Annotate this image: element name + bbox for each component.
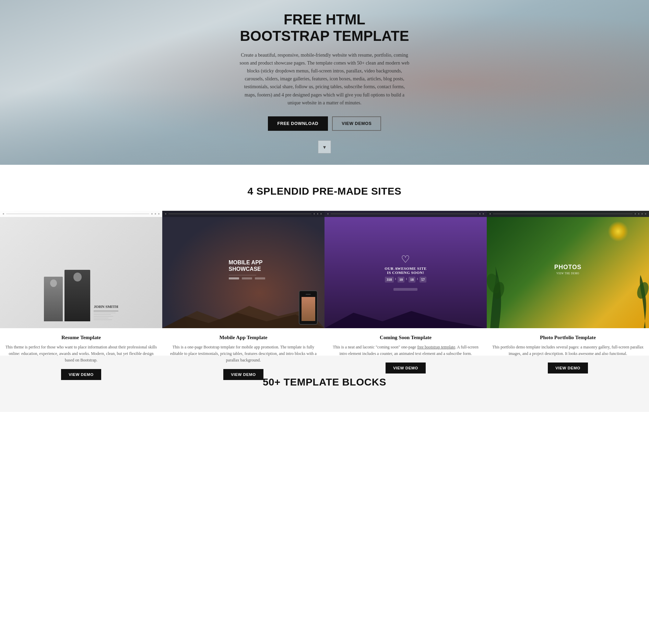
nav-line [331,214,477,214]
counter-sep-3: : [417,277,418,283]
resume-thumb-nav [0,211,162,217]
hero-section: FREE HTML BOOTSTRAP TEMPLATE Create a be… [0,0,649,165]
resume-thumbnail: JOHN SMITH [0,211,162,328]
hero-title: FREE HTML BOOTSTRAP TEMPLATE [239,11,410,44]
resume-card-title: Resume Template [0,334,162,341]
coming-card-title: Coming Soon Template [324,334,487,341]
photo-thumbnail: PHOTOS VIEW THE DEMO [487,211,649,328]
svg-point-5 [635,280,649,300]
nav-dot-2 [314,213,315,215]
mobile-phone-graphic [299,290,318,325]
counter-seconds: 57 [420,277,426,283]
mobile-thumb-nav [162,211,324,217]
mobile-line-1 [229,275,256,275]
counter-sep-1: : [395,277,396,283]
free-template-link[interactable]: free bootstrap template [417,345,455,349]
premade-section: 4 SPLENDID PRE-MADE SITES [0,165,649,356]
hero-buttons: FREE DOWNLOAD VIEW DEMOS [239,116,410,131]
counter-days: 318 [385,277,394,283]
coming-view-demo-button[interactable]: VIEW DEMO [386,363,425,373]
nav-dot-4 [320,213,322,215]
mobile-text: MOBILE APPSHOWCASE [222,259,265,279]
nav-line [168,214,311,214]
nav-dot-2 [479,213,481,215]
nav-dot-3 [638,213,639,215]
nav-dot-4 [641,213,643,215]
svg-marker-2 [324,311,487,328]
chevron-down-icon: ▾ [323,144,326,150]
resume-text: JOHN SMITH [94,294,118,321]
photo-card-title: Photo Portfolio Template [487,334,649,341]
coming-mountain-svg [324,308,487,328]
card-mobile: MOBILE APPSHOWCASE Mobile App Template T… [162,211,324,335]
photo-view-demo-button[interactable]: VIEW DEMO [548,363,588,373]
photo-title-label: PHOTOS [554,264,581,271]
nav-dot-5 [645,213,646,215]
resume-view-demo-button[interactable]: VIEW DEMO [61,369,101,380]
mobile-app-title: MOBILE APPSHOWCASE [229,259,265,272]
counter-hours: 10 [398,277,404,283]
resume-line-1 [94,311,118,311]
coming-thumbnail: ♡ OUR AWESOME SITEIS COMING SOON! 318 : … [324,211,487,328]
nav-line [6,214,149,214]
counter-sep-2: : [406,277,407,283]
photo-thumb-nav [487,211,649,217]
counter-minutes: 18 [409,277,415,283]
download-button[interactable]: FREE DOWNLOAD [268,116,328,131]
phone-screen [302,297,315,321]
resume-inner: JOHN SMITH [37,211,125,328]
card-photo: PHOTOS VIEW THE DEMO Photo Portfolio Tem… [487,211,649,335]
nav-dot-3 [483,213,484,215]
cards-grid: JOHN SMITH Resume Template This theme is… [0,211,649,335]
nav-dot-4 [158,213,160,215]
resume-name-label: JOHN SMITH [94,304,118,309]
mobile-view-demo-button[interactable]: VIEW DEMO [223,369,263,380]
resume-card-desc: This theme is perfect for those who want… [0,344,162,364]
coming-card-desc: This is a neat and laconic "coming soon"… [324,344,487,357]
premade-section-title: 4 SPLENDID PRE-MADE SITES [0,185,649,197]
plant-right-svg [628,273,649,328]
nav-dot-3 [155,213,156,215]
coming-soon-label: OUR AWESOME SITEIS COMING SOON! [385,266,427,275]
mobile-card-desc: This is a one-page Bootstrap template fo… [162,344,324,364]
nav-dot-1 [165,213,166,215]
hero-content: FREE HTML BOOTSTRAP TEMPLATE Create a be… [232,11,417,153]
nav-dot-1 [489,213,491,215]
view-demos-button[interactable]: VIEW DEMOS [332,116,381,131]
photo-card-desc: This portfolio demo template includes se… [487,344,649,357]
heart-icon: ♡ [401,254,410,264]
plant-svg [487,263,514,328]
mobile-thumbnail: MOBILE APPSHOWCASE [162,211,324,328]
coming-thumb-nav [324,211,487,217]
mobile-card-title: Mobile App Template [162,334,324,341]
hero-chevron-area: ▾ [239,140,410,153]
card-coming-soon: ♡ OUR AWESOME SITEIS COMING SOON! 318 : … [324,211,487,335]
nav-dot-3 [317,213,318,215]
nav-dot-2 [151,213,153,215]
scroll-down-button[interactable]: ▾ [318,140,331,153]
coming-counter: 318 : 10 : 18 : 57 [385,277,426,283]
hero-description: Create a beautiful, responsive, mobile-f… [239,51,410,107]
nav-line [493,214,633,214]
photo-text: PHOTOS VIEW THE DEMO [554,264,581,275]
nav-dot-2 [635,213,636,215]
nav-dot-1 [327,213,329,215]
nav-dot-1 [3,213,4,215]
card-resume: JOHN SMITH Resume Template This theme is… [0,211,162,335]
